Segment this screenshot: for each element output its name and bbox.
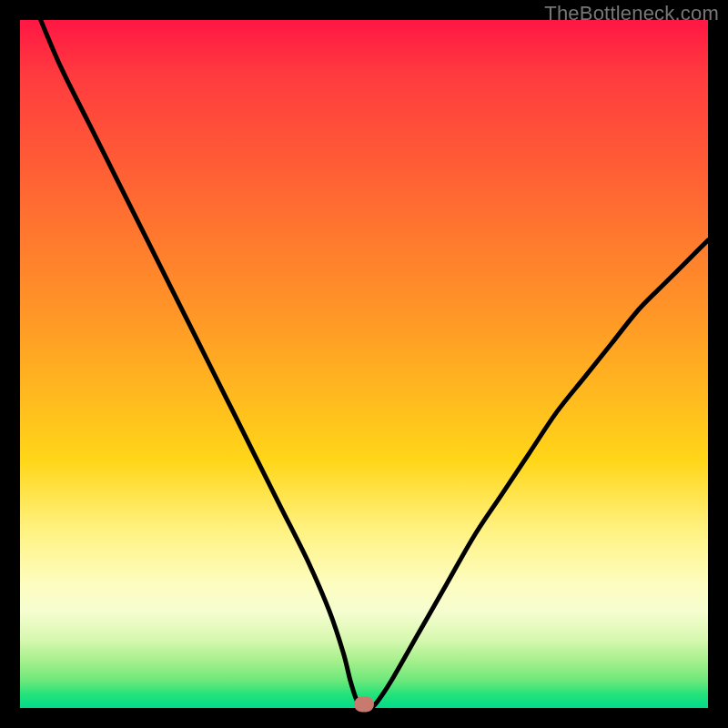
bottleneck-curve [20,20,708,708]
chart-frame: TheBottleneck.com [0,0,728,728]
plot-area [20,20,708,708]
optimal-point-marker [354,697,374,713]
